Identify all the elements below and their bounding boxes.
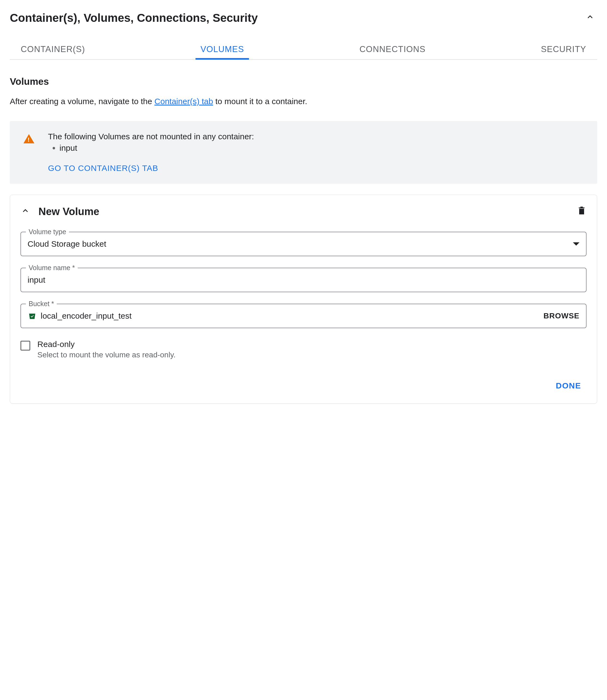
tab-containers[interactable]: CONTAINER(S) [21,40,85,59]
readonly-helper: Select to mount the volume as read-only. [37,351,587,359]
card-header: New Volume [20,205,587,218]
volume-type-value: Cloud Storage bucket [27,239,106,249]
containers-tab-link[interactable]: Container(s) tab [154,97,213,106]
collapse-section-button[interactable] [583,10,597,26]
warning-icon-wrap [23,132,34,173]
bucket-icon [27,311,37,321]
warning-list-item: input [59,143,586,153]
section-header: Container(s), Volumes, Connections, Secu… [10,10,597,26]
readonly-row: Read-only Select to mount the volume as … [20,340,587,359]
warning-icon [23,134,34,143]
volume-type-select[interactable]: Cloud Storage bucket [20,232,587,256]
warning-text: The following Volumes are not mounted in… [48,132,586,141]
description-pre: After creating a volume, navigate to the [10,97,154,106]
warning-box: The following Volumes are not mounted in… [10,121,597,184]
trash-icon [577,205,587,216]
tab-bar: CONTAINER(S) VOLUMES CONNECTIONS SECURIT… [10,40,597,60]
collapse-card-button[interactable] [20,206,30,217]
card-footer: DONE [20,378,587,393]
card-title: New Volume [39,206,568,217]
readonly-checkbox[interactable] [20,341,30,351]
readonly-content: Read-only Select to mount the volume as … [37,340,587,359]
volume-name-input[interactable] [20,268,587,292]
bucket-label: Bucket * [26,300,57,308]
bucket-value: local_encoder_input_test [41,311,540,321]
tab-connections[interactable]: CONNECTIONS [359,40,425,59]
tab-volumes[interactable]: VOLUMES [201,40,244,59]
warning-list: input [48,143,586,153]
chevron-up-icon [20,206,30,216]
bucket-field: Bucket * local_encoder_input_test BROWSE [20,304,587,328]
tab-security[interactable]: SECURITY [541,40,586,59]
description-post: to mount it to a container. [213,97,307,106]
delete-volume-button[interactable] [577,205,587,218]
done-button[interactable]: DONE [550,378,587,393]
go-to-containers-button[interactable]: GO TO CONTAINER(S) TAB [48,164,586,173]
new-volume-card: New Volume Volume type Cloud Storage buc… [10,195,597,404]
warning-content: The following Volumes are not mounted in… [48,132,586,173]
browse-button[interactable]: BROWSE [543,312,580,320]
volume-type-field: Volume type Cloud Storage bucket [20,232,587,256]
volume-name-label: Volume name * [26,264,78,272]
volume-name-field: Volume name * [20,268,587,292]
volume-type-label: Volume type [26,228,69,236]
readonly-label: Read-only [37,340,587,349]
main-title: Container(s), Volumes, Connections, Secu… [10,12,258,24]
volumes-heading: Volumes [10,76,597,87]
bucket-input[interactable]: local_encoder_input_test BROWSE [20,304,587,328]
dropdown-arrow-icon [573,242,580,246]
chevron-up-icon [585,12,595,22]
volumes-description: After creating a volume, navigate to the… [10,95,597,107]
